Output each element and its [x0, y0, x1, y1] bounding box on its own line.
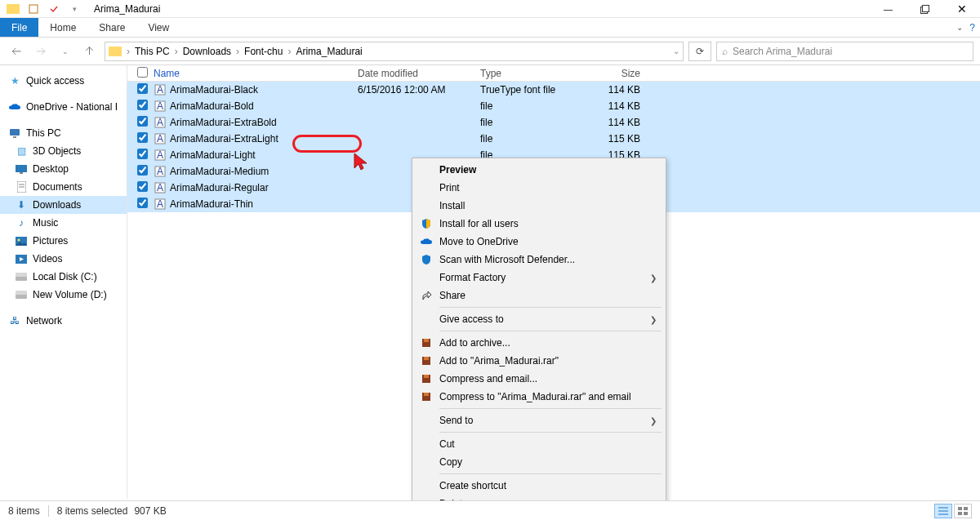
cm-add-rar[interactable]: Add to "Arima_Madurai.rar": [415, 352, 663, 370]
videos-icon: [15, 253, 28, 264]
select-all-checkbox[interactable]: [137, 67, 148, 78]
table-row[interactable]: A ArimaMadurai-ExtraBold file 114 KB: [127, 114, 980, 131]
svg-rect-3: [10, 129, 20, 136]
svg-rect-5: [16, 165, 27, 172]
file-name: ArimaMadurai-Regular: [170, 182, 269, 193]
column-size[interactable]: Size: [585, 68, 647, 79]
row-checkbox[interactable]: [137, 132, 148, 143]
svg-text:A: A: [157, 182, 163, 193]
row-checkbox[interactable]: [137, 83, 148, 94]
cm-scan-defender[interactable]: Scan with Microsoft Defender...: [415, 251, 663, 269]
file-type: file: [480, 100, 585, 112]
qat-dropdown-icon[interactable]: ▾: [65, 0, 84, 17]
sidebar-onedrive[interactable]: OneDrive - National I: [0, 98, 127, 116]
up-button[interactable]: 🡡: [80, 42, 100, 61]
sidebar-item-pictures[interactable]: Pictures: [0, 232, 127, 250]
sidebar-item-desktop[interactable]: Desktop: [0, 160, 127, 178]
sidebar-item-newvolume[interactable]: New Volume (D:): [0, 286, 127, 304]
row-checkbox[interactable]: [137, 165, 148, 176]
cm-copy[interactable]: Copy: [415, 453, 663, 471]
chevron-right-icon[interactable]: ›: [286, 46, 292, 57]
view-details-button[interactable]: [934, 504, 952, 518]
cm-preview[interactable]: Preview: [415, 161, 663, 179]
sidebar-item-videos[interactable]: Videos: [0, 250, 127, 268]
back-button[interactable]: 🡠: [7, 42, 26, 61]
font-file-icon: A: [154, 117, 167, 128]
search-placeholder: Search Arima_Madurai: [733, 46, 832, 57]
recent-dropdown[interactable]: ⌄: [56, 42, 75, 61]
cm-send-to[interactable]: Send to❯: [415, 411, 663, 429]
crumb[interactable]: Downloads: [180, 42, 234, 60]
row-checkbox[interactable]: [137, 181, 148, 192]
chevron-right-icon[interactable]: ›: [234, 46, 241, 57]
cm-compress-rar-email[interactable]: Compress to "Arima_Madurai.rar" and emai…: [415, 388, 663, 406]
crumb[interactable]: Arima_Madurai: [292, 42, 365, 60]
sidebar-item-downloads[interactable]: ⬇Downloads: [0, 196, 127, 214]
crumb[interactable]: This PC: [131, 42, 173, 60]
sidebar-item-label: Local Disk (C:): [33, 271, 97, 282]
minimize-button[interactable]: —: [870, 0, 906, 18]
sidebar-item-documents[interactable]: Documents: [0, 178, 127, 196]
column-type[interactable]: Type: [480, 68, 585, 79]
forward-button[interactable]: 🡢: [31, 42, 51, 61]
address-bar[interactable]: › This PC › Downloads › Font-chu › Arima…: [105, 42, 684, 61]
chevron-right-icon[interactable]: ›: [173, 46, 180, 57]
cm-create-shortcut[interactable]: Create shortcut: [415, 477, 663, 495]
row-checkbox[interactable]: [137, 100, 148, 110]
chevron-right-icon[interactable]: ›: [125, 46, 131, 57]
row-checkbox[interactable]: [137, 198, 148, 208]
status-selected: 8 items selected: [57, 505, 128, 517]
share-icon: [420, 289, 433, 302]
refresh-button[interactable]: ⟳: [688, 42, 711, 61]
row-checkbox[interactable]: [137, 149, 148, 159]
sidebar-quick-access[interactable]: ★ Quick access: [0, 72, 127, 90]
ribbon-expand-icon[interactable]: ⌄: [956, 23, 963, 32]
table-row[interactable]: A ArimaMadurai-Bold file 114 KB: [127, 98, 980, 114]
column-date[interactable]: Date modified: [358, 68, 480, 79]
sidebar-item-localdisk[interactable]: Local Disk (C:): [0, 268, 127, 286]
status-items: 8 items: [8, 505, 40, 517]
cm-give-access[interactable]: Give access to❯: [415, 310, 663, 328]
font-file-icon: A: [154, 149, 167, 161]
addressbar-dropdown[interactable]: ⌄: [673, 47, 679, 56]
sidebar-thispc[interactable]: This PC: [0, 124, 127, 142]
sidebar-item-3d[interactable]: ▧3D Objects: [0, 142, 127, 160]
qat-checkmark-icon[interactable]: [44, 0, 64, 17]
svg-text:A: A: [157, 198, 163, 210]
cm-move-onedrive[interactable]: Move to OneDrive: [415, 233, 663, 251]
help-icon[interactable]: ?: [969, 22, 975, 33]
chevron-right-icon: ❯: [650, 273, 657, 282]
crumb[interactable]: Font-chu: [241, 42, 286, 60]
row-checkbox[interactable]: [137, 116, 148, 127]
table-row[interactable]: A ArimaMadurai-ExtraLight file 115 KB: [127, 131, 980, 147]
font-file-icon: A: [154, 100, 167, 112]
folder-icon: [109, 47, 122, 56]
view-icons-button[interactable]: [954, 504, 972, 518]
close-button[interactable]: ✕: [943, 0, 980, 18]
tab-share[interactable]: Share: [87, 18, 136, 37]
shield-icon: [420, 217, 433, 230]
search-input[interactable]: ⌕ Search Arima_Madurai: [716, 42, 973, 61]
tab-view[interactable]: View: [136, 18, 180, 37]
file-tab[interactable]: File: [0, 18, 38, 37]
cm-format-factory[interactable]: Format Factory❯: [415, 269, 663, 287]
svg-rect-40: [424, 393, 429, 396]
tab-home[interactable]: Home: [38, 18, 87, 37]
cm-share[interactable]: Share: [415, 287, 663, 304]
file-name: ArimaMadurai-Medium: [170, 166, 269, 177]
cm-print[interactable]: Print: [415, 179, 663, 197]
cm-install-all-users[interactable]: Install for all users: [415, 215, 663, 233]
cm-cut[interactable]: Cut: [415, 435, 663, 453]
svg-rect-0: [29, 5, 38, 13]
table-row[interactable]: A ArimaMadurai-Black 6/15/2016 12:00 AM …: [127, 82, 980, 98]
cm-install[interactable]: Install: [415, 197, 663, 215]
sidebar-item-music[interactable]: ♪Music: [0, 214, 127, 232]
qat-properties-icon[interactable]: [24, 0, 43, 17]
cm-compress-email[interactable]: Compress and email...: [415, 370, 663, 388]
cm-add-archive[interactable]: Add to archive...: [415, 334, 663, 352]
maximize-button[interactable]: [906, 0, 943, 18]
svg-rect-14: [16, 273, 27, 277]
svg-rect-2: [923, 5, 929, 11]
column-name[interactable]: Name: [154, 68, 358, 79]
sidebar-item-network[interactable]: 🖧Network: [0, 312, 127, 330]
